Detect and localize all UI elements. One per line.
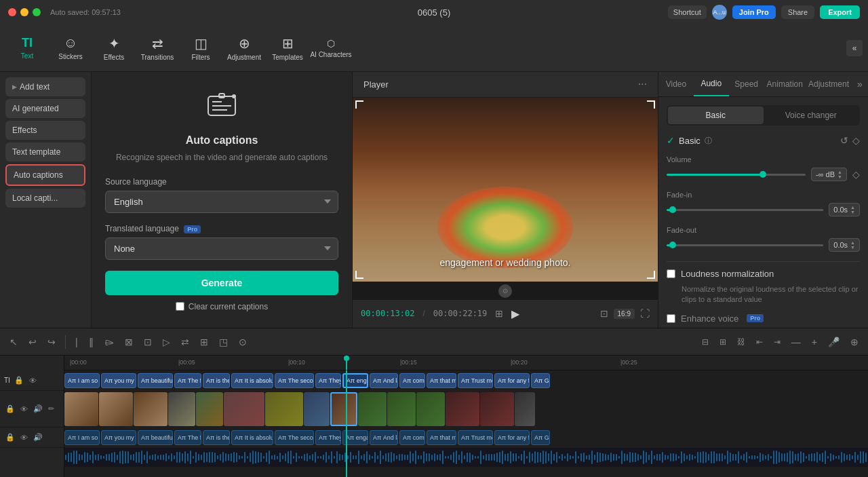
tl-align-button[interactable]: ⇤ — [752, 335, 767, 349]
basic-info-icon[interactable]: ⓘ — [705, 136, 712, 146]
loudness-checkbox[interactable] — [667, 269, 675, 278]
video-clip-9-selected[interactable] — [330, 392, 357, 426]
clip-caption-5[interactable]: Aπ is the — [203, 373, 230, 388]
fit-screen-button[interactable]: ⊡ — [600, 308, 608, 319]
auto-captions-button[interactable]: Auto captions — [5, 164, 85, 186]
generate-button[interactable]: Generate — [105, 271, 338, 295]
audio-clip-15[interactable]: Aπ Get — [531, 430, 550, 445]
volume-slider[interactable] — [667, 174, 806, 176]
tool-stickers[interactable]: ☺ Stickers — [49, 28, 92, 69]
audio-clip-11[interactable]: Aπ comes — [399, 430, 425, 445]
toolbar-collapse-button[interactable]: « — [846, 40, 863, 56]
export-button[interactable]: Export — [820, 5, 860, 19]
grid-view-button[interactable]: ⊞ — [495, 308, 503, 319]
tool-ai-characters[interactable]: ⬡ AI Characters — [309, 28, 353, 69]
video-clip-1[interactable] — [64, 392, 98, 426]
player-more-button[interactable]: ··· — [638, 78, 647, 90]
video-clip-12[interactable] — [416, 392, 445, 426]
tl-ripple-button[interactable]: ⇄ — [177, 334, 193, 350]
audio-clip-5[interactable]: Aπ is the — [203, 430, 230, 445]
tl-crop-button[interactable]: ⊞ — [196, 334, 212, 350]
add-text-button[interactable]: Add text — [5, 77, 85, 96]
tab-video[interactable]: Video — [658, 72, 694, 96]
tl-align2-button[interactable]: ⇥ — [770, 335, 785, 349]
video-audio-button[interactable]: 🔊 — [32, 403, 44, 415]
tl-select-button[interactable]: ↖ — [5, 334, 22, 350]
text-template-button[interactable]: Text template — [5, 142, 85, 161]
voice-changer-tab[interactable]: Voice changer — [764, 107, 859, 124]
volume-down-arrow[interactable]: ▼ — [837, 174, 842, 179]
volume-reset-button[interactable]: ◇ — [852, 169, 860, 180]
audio-clip-14[interactable]: Aπ for any fas — [494, 430, 530, 445]
tl-track-type2[interactable]: ⊞ — [715, 335, 730, 349]
clip-caption-15[interactable]: Aπ Ge — [531, 373, 550, 388]
clip-caption-1[interactable]: Aπ I am so — [64, 373, 100, 388]
clip-caption-4[interactable]: Aπ The fi — [174, 373, 201, 388]
video-clip-13[interactable] — [446, 392, 479, 426]
scrubber-control[interactable]: ⊙ — [498, 284, 512, 298]
tab-speed[interactable]: Speed — [729, 72, 764, 96]
reset-basic-button[interactable]: ↺ — [840, 135, 848, 146]
share-button[interactable]: Share — [781, 5, 814, 19]
video-clip-6[interactable] — [224, 392, 264, 426]
ai-generated-button[interactable]: AI generated — [5, 99, 85, 118]
basic-audio-tab[interactable]: Basic — [668, 107, 764, 124]
video-clip-2[interactable] — [99, 392, 133, 426]
tl-undo-button[interactable]: ↩ — [24, 334, 41, 350]
audio-clip-7[interactable]: Aπ The second — [275, 430, 314, 445]
fade-in-up-arrow[interactable]: ▲ — [850, 205, 855, 210]
shortcut-button[interactable]: Shortcut — [668, 5, 707, 19]
tl-link-button[interactable]: ⛓ — [733, 335, 749, 349]
caption-eye-button[interactable]: 👁 — [28, 375, 38, 386]
fade-out-slider[interactable] — [667, 244, 823, 246]
video-eye-button[interactable]: 👁 — [19, 404, 29, 415]
audio-vol-button[interactable]: 🔊 — [32, 432, 44, 443]
tab-adjustment[interactable]: Adjustment — [806, 72, 852, 96]
maximize-button[interactable] — [33, 8, 41, 16]
fade-out-up-arrow[interactable]: ▲ — [850, 240, 855, 245]
tl-speed-button[interactable]: ◳ — [215, 334, 232, 350]
video-clip-14[interactable] — [480, 392, 514, 426]
enhance-voice-checkbox[interactable] — [667, 314, 675, 323]
tl-redo-button[interactable]: ↪ — [43, 334, 60, 350]
tool-templates[interactable]: ⊞ Templates — [266, 28, 309, 69]
tool-transitions[interactable]: ⇄ Transitions — [136, 28, 179, 69]
tl-split-v-button[interactable]: ‖ — [85, 334, 98, 350]
tl-delete-button[interactable]: ⊠ — [121, 334, 137, 350]
join-pro-button[interactable]: Join Pro — [732, 5, 776, 19]
play-button[interactable]: ▶ — [511, 307, 519, 320]
clip-caption-14[interactable]: Aπ for any fa — [494, 373, 530, 388]
effects-button[interactable]: Effects — [5, 121, 85, 140]
source-language-select[interactable]: English — [105, 191, 338, 213]
tool-filters[interactable]: ◫ Filters — [179, 28, 222, 69]
fade-in-down-arrow[interactable]: ▼ — [850, 210, 855, 214]
audio-clip-3[interactable]: Aπ beautifu — [138, 430, 173, 445]
tab-audio[interactable]: Audio — [694, 72, 729, 96]
audio-clip-4[interactable]: Aπ The fi — [174, 430, 201, 445]
translated-language-select[interactable]: None — [105, 237, 338, 260]
minimize-button[interactable] — [20, 8, 28, 16]
audio-clip-13[interactable]: Aπ Trust me, — [458, 430, 493, 445]
tl-zoom-in-button[interactable]: + — [808, 334, 821, 350]
audio-clip-1[interactable]: Aπ I am so e — [64, 430, 100, 445]
fullscreen-button[interactable]: ⛶ — [640, 308, 650, 319]
video-clip-8[interactable] — [304, 392, 330, 426]
tool-text[interactable]: TI Text — [5, 28, 49, 69]
diamond-basic-button[interactable]: ◇ — [852, 135, 860, 146]
audio-clip-6[interactable]: Aπ It is absolute — [231, 430, 273, 445]
clip-caption-3[interactable]: Aπ beautifu — [138, 373, 173, 388]
audio-clip-12[interactable]: Aπ that ma — [427, 430, 456, 445]
video-clip-11[interactable] — [387, 392, 416, 426]
tl-zoom-out-button[interactable]: — — [787, 334, 805, 350]
clip-caption-6[interactable]: Aπ It is absolut — [231, 373, 273, 388]
fade-in-slider[interactable] — [667, 209, 823, 211]
video-clip-15[interactable] — [515, 392, 535, 426]
tl-mic-button[interactable]: 🎤 — [824, 334, 844, 350]
tl-add-track-button[interactable]: ⊕ — [846, 334, 863, 350]
caption-lock-button[interactable]: 🔒 — [13, 375, 25, 386]
tool-effects[interactable]: ✦ Effects — [92, 28, 136, 69]
tl-trim-button[interactable]: ⌲ — [100, 334, 118, 350]
local-captions-button[interactable]: Local capti... — [5, 189, 85, 208]
clip-caption-2[interactable]: Aπ you my — [101, 373, 136, 388]
clip-caption-12[interactable]: Aπ that m — [427, 373, 456, 388]
